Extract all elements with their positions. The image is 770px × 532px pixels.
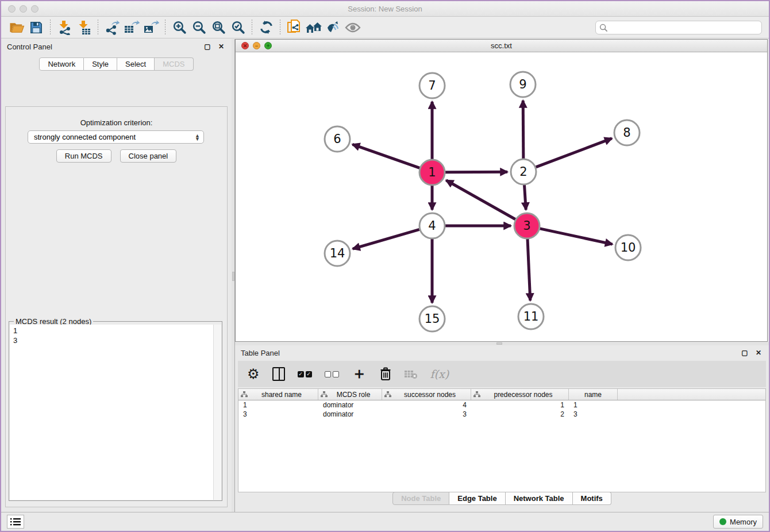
table-row: 1dominator411: [238, 400, 765, 410]
first-neighbors-houses-icon[interactable]: [304, 19, 324, 36]
save-session-icon[interactable]: [26, 19, 46, 36]
float-panel-icon[interactable]: ▢: [203, 42, 212, 51]
network-graph[interactable]: 7968124314101511: [236, 52, 769, 342]
memory-button[interactable]: Memory: [713, 515, 763, 529]
mcds-result-scrollbar[interactable]: [213, 325, 221, 500]
table-tabs: Node TableEdge TableNetwork TableMotifs: [235, 492, 769, 505]
copy-network-icon[interactable]: [284, 19, 304, 36]
close-panel-icon[interactable]: ✕: [754, 348, 763, 357]
select-all-columns-icon[interactable]: ✓✓: [298, 365, 312, 383]
network-canvas[interactable]: 7968124314101511: [236, 52, 767, 341]
column-type-icon: [384, 391, 391, 398]
cell-predecessor-nodes[interactable]: 1: [471, 400, 569, 410]
splitter-grip[interactable]: [496, 342, 502, 345]
apply-layout-refresh-icon[interactable]: [256, 19, 276, 36]
open-folder-icon[interactable]: [7, 19, 26, 36]
export-network-icon[interactable]: [102, 19, 122, 36]
cell-name[interactable]: 3: [569, 410, 618, 419]
column-header-successor-nodes[interactable]: successor nodes: [382, 389, 471, 400]
svg-text:10: 10: [621, 241, 636, 255]
main-toolbar: [1, 17, 769, 38]
node-4[interactable]: 4: [419, 213, 445, 238]
toolbar-separator: [50, 20, 51, 36]
export-table-icon[interactable]: [122, 19, 141, 36]
import-table-icon[interactable]: [74, 19, 94, 36]
node-14[interactable]: 14: [325, 241, 350, 266]
node-9[interactable]: 9: [510, 72, 536, 97]
close-panel-button[interactable]: Close panel: [120, 149, 177, 163]
splitter-grip[interactable]: [232, 272, 234, 281]
zoom-in-icon[interactable]: [170, 19, 189, 36]
run-mcds-button[interactable]: Run MCDS: [56, 149, 111, 163]
toolbar-separator: [98, 20, 98, 36]
float-panel-icon[interactable]: ▢: [740, 348, 749, 357]
tab-select[interactable]: Select: [117, 57, 155, 71]
edge-1-2[interactable]: [445, 172, 507, 172]
edge-4-14[interactable]: [353, 229, 419, 249]
edge-3-11[interactable]: [528, 239, 530, 300]
zoom-out-icon[interactable]: [189, 19, 209, 36]
add-column-icon[interactable]: ＋: [352, 365, 367, 383]
search-input[interactable]: [610, 24, 758, 32]
column-header-predecessor-nodes[interactable]: predecessor nodes: [471, 389, 569, 400]
cell-successor-nodes[interactable]: 3: [382, 410, 471, 419]
tab-style[interactable]: Style: [84, 57, 117, 71]
table-panel-title: Table Panel: [241, 349, 280, 357]
edge-3-10[interactable]: [540, 229, 612, 244]
gear-icon[interactable]: ⚙: [247, 365, 260, 383]
close-panel-icon[interactable]: ✕: [217, 42, 226, 51]
column-type-icon: [473, 391, 480, 398]
task-history-button[interactable]: [7, 515, 24, 529]
hide-details-eye-icon[interactable]: [343, 19, 363, 36]
tab-edge-table[interactable]: Edge Table: [449, 492, 505, 505]
status-bar: Memory: [1, 512, 769, 531]
tab-network[interactable]: Network: [39, 57, 84, 71]
cell-predecessor-nodes[interactable]: 2: [471, 410, 569, 419]
node-table: shared nameMCDS rolesuccessor nodesprede…: [238, 388, 766, 492]
svg-text:14: 14: [330, 246, 345, 260]
export-image-icon[interactable]: [141, 19, 161, 36]
cell-shared-name[interactable]: 3: [238, 410, 318, 419]
graphics-details-paint-icon[interactable]: [324, 19, 343, 36]
memory-status-icon: [719, 518, 726, 525]
cell-MCDS-role[interactable]: dominator: [318, 410, 382, 419]
column-header-MCDS-role[interactable]: MCDS role: [318, 389, 382, 400]
edge-3-1[interactable]: [446, 180, 515, 219]
node-7[interactable]: 7: [419, 73, 445, 98]
cell-shared-name[interactable]: 1: [238, 400, 318, 410]
memory-label: Memory: [730, 518, 757, 526]
table-body: 1dominator4113dominator323: [238, 400, 765, 419]
edge-1-6[interactable]: [352, 144, 419, 168]
node-8[interactable]: 8: [614, 120, 640, 145]
node-15[interactable]: 15: [419, 306, 445, 331]
edge-2-8[interactable]: [536, 138, 612, 167]
cell-name[interactable]: 1: [569, 400, 618, 410]
unselect-all-columns-icon[interactable]: [325, 365, 339, 383]
tab-network-table[interactable]: Network Table: [506, 492, 573, 505]
tab-motifs[interactable]: Motifs: [573, 492, 611, 505]
node-2[interactable]: 2: [511, 159, 536, 184]
node-3[interactable]: 3: [514, 213, 540, 238]
zoom-fit-icon[interactable]: [209, 19, 228, 36]
tab-node-table[interactable]: Node Table: [392, 492, 449, 505]
tab-mcds[interactable]: MCDS: [155, 57, 193, 71]
node-11[interactable]: 11: [518, 304, 544, 329]
node-6[interactable]: 6: [325, 126, 350, 152]
column-type-icon: [321, 391, 328, 398]
criterion-dropdown[interactable]: strongly connected component ▲▼: [28, 130, 204, 144]
import-network-icon[interactable]: [55, 19, 74, 36]
columns-icon[interactable]: [272, 365, 285, 383]
cell-MCDS-role[interactable]: dominator: [318, 400, 382, 410]
delete-column-trash-icon[interactable]: [380, 365, 391, 383]
cell-successor-nodes[interactable]: 4: [382, 400, 471, 410]
search-icon: [599, 24, 608, 32]
node-1[interactable]: 1: [419, 160, 445, 185]
table-toolbar: ⚙ ✓✓ ＋ f(x): [238, 361, 766, 387]
mcds-result-text[interactable]: 1 3: [10, 325, 213, 500]
edge-2-3[interactable]: [524, 185, 526, 210]
zoom-selected-icon[interactable]: [228, 19, 248, 36]
column-header-shared-name[interactable]: shared name: [238, 389, 318, 400]
node-10[interactable]: 10: [615, 235, 641, 260]
edge-2-9[interactable]: [523, 101, 523, 159]
column-header-name[interactable]: name: [569, 389, 618, 400]
